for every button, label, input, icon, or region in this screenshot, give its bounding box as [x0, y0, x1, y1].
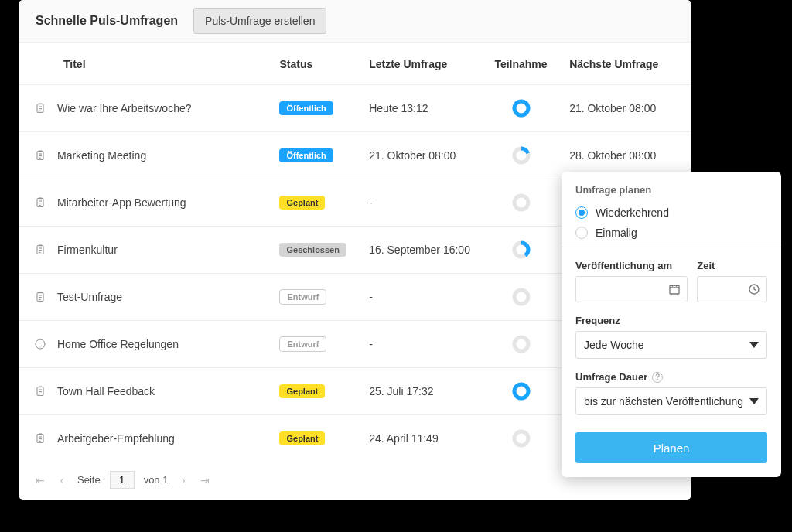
- chevron-down-icon: [749, 398, 759, 404]
- page-input[interactable]: [110, 471, 135, 489]
- row-title: Home Office Regelungen: [57, 338, 179, 350]
- duration-select[interactable]: bis zur nächsten Veröffentlichung: [575, 387, 767, 415]
- col-header-participation[interactable]: Teilnahme: [483, 43, 558, 85]
- status-badge: Öffentlich: [279, 101, 333, 115]
- status-badge: Geplant: [279, 431, 325, 445]
- row-title: Test-Umfrage: [57, 291, 122, 303]
- row-title: Town Hall Feedback: [57, 385, 155, 397]
- svg-point-20: [514, 384, 528, 398]
- smiley-icon: [34, 338, 46, 350]
- svg-point-2: [514, 101, 528, 115]
- col-header-next[interactable]: Nächste Umfrage: [558, 43, 691, 85]
- frequency-value: Jede Woche: [584, 339, 644, 351]
- duration-label: Umfrage Dauer ?: [575, 371, 767, 383]
- status-badge: Öffentlich: [279, 148, 333, 162]
- last-survey: 16. September 16:00: [358, 227, 483, 274]
- plan-button[interactable]: Planen: [575, 432, 767, 463]
- create-survey-button[interactable]: Puls-Umfrage erstellen: [193, 8, 326, 34]
- page-prev-button[interactable]: ‹: [56, 474, 68, 486]
- status-badge: Geplant: [279, 196, 325, 210]
- publish-label: Veröffentlichung am: [575, 260, 688, 271]
- radio-recurring[interactable]: Wiederkehrend: [575, 206, 767, 219]
- last-survey: 24. April 11:49: [358, 415, 483, 462]
- time-field[interactable]: [704, 284, 748, 295]
- panel-title: Schnelle Puls-Umfragen: [36, 14, 178, 28]
- publish-date-field[interactable]: [582, 284, 668, 295]
- row-title: Firmenkultur: [57, 244, 118, 256]
- participation-donut: [483, 274, 558, 321]
- svg-point-22: [514, 431, 528, 445]
- table-row[interactable]: Wie war Ihre Arbeitswoche? Öffentlich He…: [19, 85, 691, 132]
- svg-point-16: [514, 337, 528, 351]
- time-input[interactable]: [697, 276, 767, 302]
- radio-once[interactable]: Einmalig: [575, 227, 767, 239]
- calendar-icon: [668, 283, 681, 295]
- svg-point-13: [514, 290, 528, 304]
- last-survey: -: [358, 274, 483, 321]
- last-survey: 21. Oktober 08:00: [358, 132, 483, 179]
- chevron-down-icon: [749, 342, 759, 348]
- page-first-button[interactable]: ⇤: [34, 474, 46, 486]
- radio-recurring-label: Wiederkehrend: [596, 206, 669, 219]
- clipboard-icon: [34, 291, 46, 303]
- page-label: Seite: [77, 474, 101, 486]
- clipboard-icon: [34, 102, 46, 114]
- row-title: Wie war Ihre Arbeitswoche?: [57, 102, 192, 114]
- row-title: Arbeitgeber-Empfehlung: [57, 432, 175, 445]
- last-survey: -: [358, 179, 483, 227]
- col-header-title[interactable]: Titel: [19, 43, 268, 85]
- svg-rect-24: [670, 285, 679, 294]
- status-badge: Geschlossen: [279, 243, 346, 257]
- panel-header: Schnelle Puls-Umfragen Puls-Umfrage erst…: [19, 0, 691, 43]
- participation-donut: [483, 132, 558, 179]
- status-badge: Entwurf: [279, 336, 326, 352]
- page-of-label: von 1: [144, 474, 169, 486]
- participation-donut: [483, 179, 558, 227]
- frequency-select[interactable]: Jede Woche: [575, 331, 767, 359]
- page-last-button[interactable]: ⇥: [199, 474, 211, 486]
- schedule-popover: Umfrage planen Wiederkehrend Einmalig Ve…: [562, 172, 781, 477]
- frequency-label: Frequenz: [575, 315, 767, 326]
- duration-value: bis zur nächsten Veröffentlichung: [584, 395, 743, 408]
- radio-once-label: Einmalig: [596, 227, 637, 239]
- clipboard-icon: [34, 385, 46, 397]
- clipboard-icon: [34, 244, 46, 256]
- col-header-last[interactable]: Letzte Umfrage: [358, 43, 483, 85]
- row-title: Mitarbeiter-App Bewertung: [57, 196, 186, 209]
- participation-donut: [483, 85, 558, 132]
- svg-point-7: [514, 196, 528, 210]
- time-label: Zeit: [697, 260, 767, 271]
- last-survey: -: [358, 321, 483, 368]
- page-next-button[interactable]: ›: [177, 474, 189, 486]
- clipboard-icon: [34, 432, 46, 445]
- participation-donut: [483, 368, 558, 415]
- clipboard-icon: [34, 196, 46, 209]
- clock-icon: [748, 283, 760, 295]
- svg-point-15: [36, 339, 45, 349]
- publish-date-input[interactable]: [575, 276, 688, 302]
- row-title: Marketing Meeting: [57, 149, 146, 162]
- radio-once-input[interactable]: [575, 227, 588, 239]
- col-header-status[interactable]: Status: [268, 43, 358, 85]
- help-icon[interactable]: ?: [652, 372, 663, 383]
- status-badge: Geplant: [279, 384, 325, 398]
- clipboard-icon: [34, 149, 46, 162]
- participation-donut: [483, 415, 558, 462]
- status-badge: Entwurf: [279, 289, 326, 305]
- participation-donut: [483, 321, 558, 368]
- participation-donut: [483, 227, 558, 274]
- last-survey: Heute 13:12: [358, 85, 483, 132]
- last-survey: 25. Juli 17:32: [358, 368, 483, 415]
- next-survey: 21. Oktober 08:00: [558, 85, 691, 132]
- popover-title: Umfrage planen: [575, 184, 767, 196]
- radio-recurring-input[interactable]: [575, 206, 588, 219]
